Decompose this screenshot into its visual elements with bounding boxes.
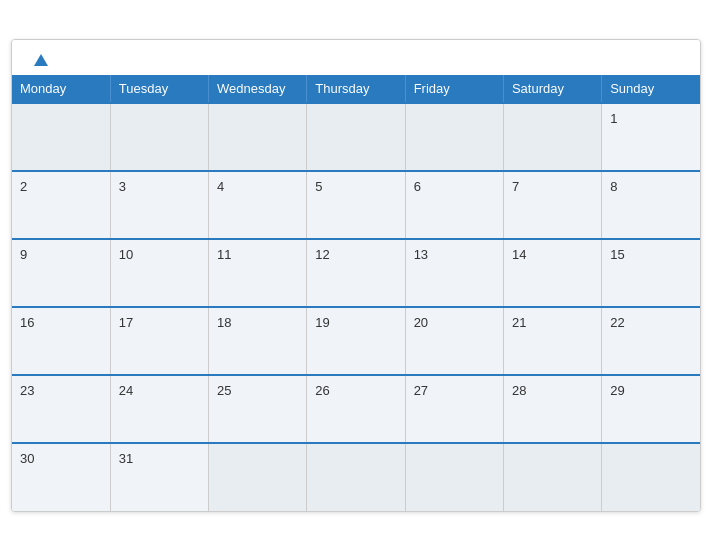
- week-row-3: 9101112131415: [12, 239, 700, 307]
- calendar-cell: 12: [307, 239, 405, 307]
- day-number: 1: [610, 111, 617, 126]
- calendar-cell: 5: [307, 171, 405, 239]
- calendar-cell: 24: [110, 375, 208, 443]
- day-number: 10: [119, 247, 133, 262]
- calendar-cell: 27: [405, 375, 503, 443]
- calendar-cell: 15: [602, 239, 700, 307]
- logo-triangle-icon: [34, 54, 48, 66]
- calendar-cell: [12, 103, 110, 171]
- calendar-cell: [602, 443, 700, 511]
- weekday-header-wednesday: Wednesday: [209, 75, 307, 103]
- day-number: 4: [217, 179, 224, 194]
- weekday-header-sunday: Sunday: [602, 75, 700, 103]
- calendar-cell: 9: [12, 239, 110, 307]
- week-row-6: 3031: [12, 443, 700, 511]
- day-number: 6: [414, 179, 421, 194]
- day-number: 14: [512, 247, 526, 262]
- calendar-cell: 26: [307, 375, 405, 443]
- calendar-cell: [503, 103, 601, 171]
- calendar-cell: 21: [503, 307, 601, 375]
- day-number: 13: [414, 247, 428, 262]
- day-number: 8: [610, 179, 617, 194]
- week-row-2: 2345678: [12, 171, 700, 239]
- calendar-cell: 16: [12, 307, 110, 375]
- day-number: 23: [20, 383, 34, 398]
- day-number: 26: [315, 383, 329, 398]
- day-number: 11: [217, 247, 231, 262]
- calendar-cell: [307, 103, 405, 171]
- calendar-cell: [307, 443, 405, 511]
- logo-area: [30, 54, 48, 67]
- calendar-cell: 23: [12, 375, 110, 443]
- weekday-row: MondayTuesdayWednesdayThursdayFridaySatu…: [12, 75, 700, 103]
- weekday-header-friday: Friday: [405, 75, 503, 103]
- calendar-cell: [209, 103, 307, 171]
- calendar-cell: 11: [209, 239, 307, 307]
- day-number: 2: [20, 179, 27, 194]
- calendar-cell: 19: [307, 307, 405, 375]
- calendar-cell: 31: [110, 443, 208, 511]
- day-number: 24: [119, 383, 133, 398]
- day-number: 21: [512, 315, 526, 330]
- calendar-grid: MondayTuesdayWednesdayThursdayFridaySatu…: [12, 75, 700, 511]
- calendar-cell: 28: [503, 375, 601, 443]
- calendar-cell: [405, 103, 503, 171]
- day-number: 7: [512, 179, 519, 194]
- calendar-cell: 20: [405, 307, 503, 375]
- calendar-cell: 25: [209, 375, 307, 443]
- calendar-cell: 2: [12, 171, 110, 239]
- day-number: 16: [20, 315, 34, 330]
- calendar-cell: 13: [405, 239, 503, 307]
- day-number: 29: [610, 383, 624, 398]
- day-number: 19: [315, 315, 329, 330]
- calendar-cell: 29: [602, 375, 700, 443]
- calendar-body: 1234567891011121314151617181920212223242…: [12, 103, 700, 511]
- calendar-cell: 3: [110, 171, 208, 239]
- day-number: 17: [119, 315, 133, 330]
- calendar-cell: [209, 443, 307, 511]
- calendar: MondayTuesdayWednesdayThursdayFridaySatu…: [11, 39, 701, 512]
- calendar-cell: 7: [503, 171, 601, 239]
- calendar-weekdays-header: MondayTuesdayWednesdayThursdayFridaySatu…: [12, 75, 700, 103]
- day-number: 22: [610, 315, 624, 330]
- calendar-header: [12, 40, 700, 75]
- calendar-cell: 4: [209, 171, 307, 239]
- calendar-cell: 10: [110, 239, 208, 307]
- week-row-5: 23242526272829: [12, 375, 700, 443]
- day-number: 9: [20, 247, 27, 262]
- calendar-cell: [503, 443, 601, 511]
- day-number: 31: [119, 451, 133, 466]
- day-number: 5: [315, 179, 322, 194]
- day-number: 3: [119, 179, 126, 194]
- weekday-header-saturday: Saturday: [503, 75, 601, 103]
- day-number: 30: [20, 451, 34, 466]
- calendar-cell: 1: [602, 103, 700, 171]
- day-number: 20: [414, 315, 428, 330]
- calendar-cell: 30: [12, 443, 110, 511]
- weekday-header-monday: Monday: [12, 75, 110, 103]
- calendar-cell: 22: [602, 307, 700, 375]
- logo-blue-text: [30, 54, 48, 67]
- day-number: 15: [610, 247, 624, 262]
- calendar-cell: 18: [209, 307, 307, 375]
- day-number: 12: [315, 247, 329, 262]
- week-row-1: 1: [12, 103, 700, 171]
- weekday-header-thursday: Thursday: [307, 75, 405, 103]
- calendar-cell: [110, 103, 208, 171]
- calendar-cell: 8: [602, 171, 700, 239]
- calendar-cell: 14: [503, 239, 601, 307]
- calendar-cell: 6: [405, 171, 503, 239]
- weekday-header-tuesday: Tuesday: [110, 75, 208, 103]
- calendar-cell: [405, 443, 503, 511]
- day-number: 18: [217, 315, 231, 330]
- day-number: 27: [414, 383, 428, 398]
- calendar-cell: 17: [110, 307, 208, 375]
- day-number: 28: [512, 383, 526, 398]
- day-number: 25: [217, 383, 231, 398]
- week-row-4: 16171819202122: [12, 307, 700, 375]
